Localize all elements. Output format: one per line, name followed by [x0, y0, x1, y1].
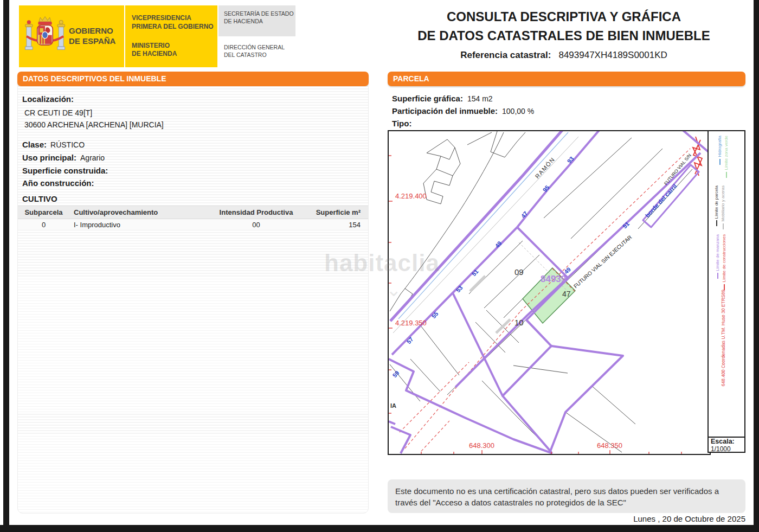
svg-text:93: 93: [566, 155, 575, 164]
vicepresidencia-label: VICEPRESIDENCIA PRIMERA DEL GOBIERNO: [132, 14, 217, 31]
scale-label: Escala:: [711, 438, 744, 446]
svg-text:49: 49: [494, 240, 503, 249]
legend-item-hidrografia: Hidrografía: [717, 136, 722, 178]
address-line-1: CR CEUTI DE 49[T]: [24, 108, 92, 117]
col-subparcela: Subparcela: [18, 208, 69, 216]
legend-group-1: Hidrografía Límite zona verde: [717, 136, 729, 178]
svg-text:47: 47: [520, 210, 529, 219]
legend-swatch: [716, 220, 717, 226]
block-09-label: 09: [514, 267, 524, 277]
legend-item-limite-parcela: Límite de parcela: [714, 185, 719, 229]
ano-construccion-field: Año construcción:: [22, 178, 98, 188]
legend-item-mobiliario: Mobiliario y aceras: [721, 185, 725, 229]
legend-item-zona-verde: Límite zona verde: [724, 136, 729, 178]
superficie-construida-field: Superficie construida:: [22, 166, 112, 175]
coord-648350: 648.350: [597, 441, 622, 450]
scan-frame-bottom: [0, 525, 759, 532]
logo-coat-column: GOBIERNO DE ESPAÑA: [19, 5, 125, 67]
address-line-2: 30600 ARCHENA [ARCHENA] [MURCIA]: [24, 120, 164, 129]
scale-box: Escala: 1/1000: [707, 437, 745, 453]
reference-label: Referencia catastral:: [460, 50, 551, 61]
cultivo-table: Subparcela Cultivo/aprovechamiento Inten…: [18, 206, 368, 230]
cultivo-section-title: CULTIVO: [22, 194, 57, 203]
uso-principal-field: Uso principal:Agrario: [22, 153, 105, 162]
street-partial-label: IA: [390, 402, 396, 409]
spain-coat-of-arms-icon: [24, 13, 66, 60]
legend-swatch: [719, 159, 721, 165]
cell-superficie: 154: [304, 221, 368, 229]
localizacion-label: Localización:: [22, 94, 74, 104]
cell-intensidad: 00: [209, 221, 304, 229]
legend-swatch: [717, 273, 718, 279]
ministry-labels-column: VICEPRESIDENCIA PRIMERA DEL GOBIERNO MIN…: [125, 5, 217, 67]
participacion-field: Participación del inmueble:100,00 %: [392, 106, 534, 116]
title-line-2: DE DATOS CATASTRALES DE BIEN INMUEBLE: [380, 27, 748, 46]
government-logo-block: GOBIERNO DE ESPAÑA VICEPRESIDENCIA PRIME…: [19, 5, 217, 67]
disclaimer-line-1: Este documento no es una certificación c…: [395, 485, 738, 497]
legend-swatch: [724, 284, 725, 290]
cadastral-document-page: GOBIERNO DE ESPAÑA VICEPRESIDENCIA PRIME…: [0, 0, 759, 532]
svg-text:55: 55: [430, 310, 440, 319]
legend-swatch: [726, 172, 727, 178]
legend-group-2: Límite de parcela Mobiliario y aceras: [714, 185, 725, 229]
svg-text:53: 53: [455, 284, 464, 293]
svg-text:57: 57: [406, 336, 415, 345]
scan-frame-right: [754, 0, 759, 532]
disclaimer-box: Este documento no es una certificación c…: [388, 479, 745, 513]
map-drawing: 4.219.400 4.219.350 648.300 648.350 RAMÓ…: [388, 130, 711, 455]
map-legend: Hidrografía Límite zona verde Límite de …: [707, 130, 745, 438]
property-description-panel: Localización: CR CEUTI DE 49[T] 30600 AR…: [17, 86, 369, 514]
svg-text:59: 59: [391, 369, 401, 379]
title-line-1: CONSULTA DESCRIPTIVA Y GRÁFICA: [380, 8, 748, 27]
legend-swatch: [723, 223, 724, 229]
svg-text:51: 51: [471, 268, 480, 277]
parcel-47-label: 47: [562, 290, 571, 298]
document-date: Lunes , 20 de Octubre de 2025: [561, 514, 745, 523]
cadastral-reference: Referencia catastral: 8493947XH4189S0001…: [380, 50, 748, 61]
legend-item-limite-construcciones: Límite de construcciones: [722, 234, 726, 290]
cell-cultivo: I- Improductivo: [69, 221, 209, 229]
superficie-grafica-field: Superficie gráfica:154 m2: [392, 94, 493, 103]
coord-4219350: 4.219.350: [395, 319, 427, 327]
document-title: CONSULTA DESCRIPTIVA Y GRÁFICA DE DATOS …: [380, 8, 748, 61]
legend-group-3: Límite de manzana Límite de construccion…: [715, 234, 726, 290]
col-superficie: Superficie m²: [304, 208, 368, 216]
section-bar-parcela: PARCELA: [388, 72, 745, 86]
coord-4219400: 4.219.400: [395, 192, 427, 200]
section-bar-datos-descriptivos: DATOS DESCRIPTIVOS DEL INMUEBLE: [17, 72, 369, 86]
col-cultivo: Cultivo/aprovechamiento: [69, 208, 209, 216]
scale-value: 1/1000: [711, 446, 744, 453]
cadastral-map: 4.219.400 4.219.350 648.300 648.350 RAMÓ…: [388, 130, 745, 453]
svg-text:95: 95: [542, 184, 551, 193]
cell-subparcela: 0: [18, 221, 69, 229]
tipo-field: Tipo:: [392, 119, 416, 128]
legend-item-limite-manzana: Límite de manzana: [715, 234, 720, 290]
scan-frame-left: [3, 0, 9, 532]
block-10-label: 10: [514, 318, 524, 327]
reference-value: 8493947XH4189S0001KD: [558, 50, 667, 61]
cultivo-table-header: Subparcela Cultivo/aprovechamiento Inten…: [18, 206, 368, 219]
ministerio-label: MINISTERIO DE HACIENDA: [132, 42, 217, 59]
secretaria-estado-label: SECRETARÍA DE ESTADO DE HACIENDA: [218, 5, 295, 36]
clase-field: Clase:RÚSTICO: [22, 140, 85, 149]
col-intensidad: Intensidad Productiva: [209, 208, 304, 216]
direccion-general-catastro-label: DIRECCIÓN GENERAL DEL CATASTRO: [218, 43, 295, 59]
table-row: 0 I- Improductivo 00 154: [18, 219, 368, 230]
parcel-ref-label: 84939: [541, 274, 566, 284]
legend-coordinates-note: 648.400 Coordenadas U.TM. Huso 30 ETRS89: [721, 290, 726, 386]
coord-648300: 648.300: [469, 441, 494, 450]
disclaimer-line-2: través del "Acceso a datos catastrales n…: [395, 497, 738, 508]
futuro-vial-long-label: FUTURO VIAL SIN EJECUTAR: [573, 234, 633, 290]
gobierno-espana-label: GOBIERNO DE ESPAÑA: [69, 26, 115, 47]
